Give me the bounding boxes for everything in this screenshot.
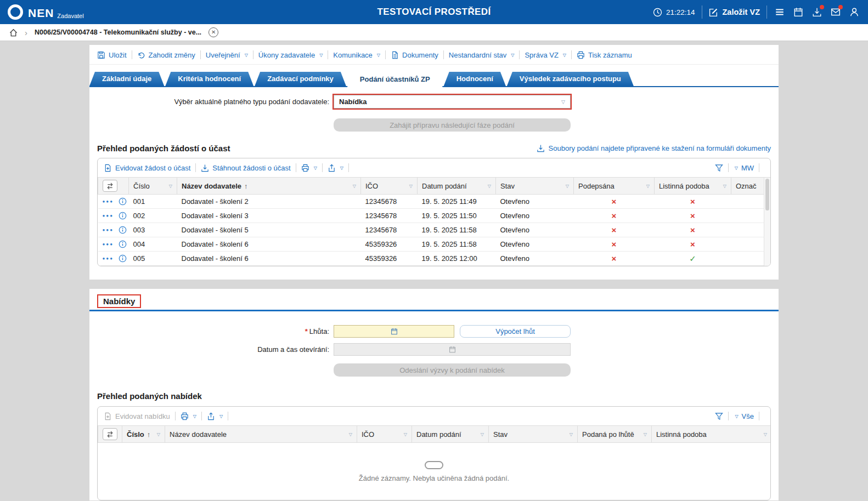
column-header-1[interactable]: Název dodavatele▽ xyxy=(165,426,357,443)
deadline-date-input[interactable] xyxy=(334,325,454,338)
separator xyxy=(443,50,444,59)
toolbar-nestandardni-stav[interactable]: Nestandardní stav▽ xyxy=(449,51,515,59)
column-header-0[interactable]: Číslo▽ xyxy=(129,178,177,195)
calculate-deadlines-button[interactable]: Výpočet lhůt xyxy=(460,325,571,338)
application-row[interactable]: ●●●002Dodavatel - školení 31234567819. 5… xyxy=(98,209,771,223)
column-header-3[interactable]: Datum podání▽ xyxy=(412,426,489,443)
column-label: Listinná podoba xyxy=(656,430,707,439)
application-row[interactable]: ●●●005Dodavatel - školení 64535932619. 5… xyxy=(98,252,771,266)
view-selector[interactable]: ▽MW xyxy=(734,164,754,172)
table-header-row: Číslo↑▽Název dodavatele▽IČO▽Datum podání… xyxy=(98,426,771,443)
tab-kriteria-hodnoceni[interactable]: Kritéria hodnocení xyxy=(165,72,253,86)
column-chooser-button[interactable] xyxy=(103,428,117,440)
calendar-icon[interactable] xyxy=(391,328,398,335)
filter-chevron-icon[interactable]: ▽ xyxy=(762,432,767,437)
filter-chevron-icon[interactable]: ▽ xyxy=(644,184,650,189)
cell-nazev: Dodavatel - školení 2 xyxy=(177,195,361,209)
column-label: Datum podání xyxy=(416,430,461,439)
filter-chevron-icon[interactable]: ▽ xyxy=(347,432,352,437)
column-header-2[interactable]: IČO▽ xyxy=(361,178,418,195)
edit-icon xyxy=(709,8,718,17)
create-vz-button[interactable]: Založit VZ xyxy=(709,8,760,17)
toolbar-dokumenty[interactable]: Dokumenty xyxy=(391,51,438,59)
column-header-1[interactable]: Název dodavatele↑▽ xyxy=(177,178,361,195)
application-row[interactable]: ●●●001Dodavatel - školení 21234567819. 5… xyxy=(98,195,771,209)
column-header-5[interactable]: Podepsána▽ xyxy=(574,178,655,195)
column-header-2[interactable]: IČO▽ xyxy=(357,426,412,443)
send-invitation-button[interactable]: Odeslání výzvy k podání nabídek xyxy=(334,363,571,377)
toolbar-ukony-zadavatele[interactable]: Úkony zadavatele▽ xyxy=(258,51,323,59)
download-applications-button[interactable]: Stáhnout žádosti o účast xyxy=(201,164,290,172)
submission-type-dropdown[interactable]: Nabídka ▽ xyxy=(334,95,571,109)
application-row[interactable]: ●●●003Dodavatel - školení 51234567819. 5… xyxy=(98,223,771,237)
column-header-4[interactable]: Stav▽ xyxy=(496,178,574,195)
cross-icon: × xyxy=(612,240,617,249)
filter-chevron-icon[interactable]: ▽ xyxy=(407,184,413,189)
filter-chevron-icon[interactable]: ▽ xyxy=(478,432,484,437)
menu-button[interactable] xyxy=(774,6,786,18)
column-header-4[interactable]: Stav▽ xyxy=(489,426,578,443)
filter-chevron-icon[interactable]: ▽ xyxy=(167,184,172,189)
row-actions-button[interactable]: ●●● xyxy=(103,199,114,204)
filter-button[interactable] xyxy=(715,412,723,420)
toolbar-uverejneni[interactable]: Uveřejnění▽ xyxy=(206,51,248,59)
downloads-button[interactable] xyxy=(811,6,823,18)
tab-vysledek-zadavaciho-postupu[interactable]: Výsledek zadávacího postupu xyxy=(507,72,634,86)
print-button[interactable]: ▽ xyxy=(181,412,196,420)
tab-zadavaci-podminky[interactable]: Zadávací podmínky xyxy=(255,72,346,86)
column-header-6[interactable]: Listinná podoba▽ xyxy=(652,426,771,443)
scrollbar-thumb[interactable] xyxy=(765,179,769,210)
close-record-button[interactable]: ✕ xyxy=(208,27,218,37)
cell-stav: Otevřeno xyxy=(496,209,574,223)
row-actions-button[interactable]: ●●● xyxy=(103,227,114,232)
column-chooser-button[interactable] xyxy=(103,180,117,192)
export-button[interactable]: ▽ xyxy=(328,164,343,172)
view-selector[interactable]: ▽Vše xyxy=(734,412,754,420)
toolbar-tisk-zaznamu[interactable]: Tisk záznamu xyxy=(577,51,632,59)
filter-chevron-icon[interactable]: ▽ xyxy=(563,184,569,189)
tab-zakladni-udaje[interactable]: Základní údaje xyxy=(89,72,164,86)
filter-button[interactable] xyxy=(715,164,723,172)
messages-button[interactable] xyxy=(830,6,842,18)
notification-badge xyxy=(838,5,843,9)
chevron-down-icon: ▽ xyxy=(314,166,317,170)
nen-home-button[interactable]: NEN Zadavatel xyxy=(8,4,84,20)
profile-button[interactable] xyxy=(848,6,860,18)
print-button[interactable]: ▽ xyxy=(301,164,317,172)
filter-chevron-icon[interactable]: ▽ xyxy=(721,184,726,189)
filter-chevron-icon[interactable]: ▽ xyxy=(641,432,647,437)
column-header-6[interactable]: Listinná podoba▽ xyxy=(655,178,731,195)
row-actions-button[interactable]: ●●● xyxy=(103,242,114,247)
separator xyxy=(728,163,729,172)
application-row[interactable]: ●●●004Dodavatel - školení 64535932619. 5… xyxy=(98,237,771,252)
register-application-button[interactable]: Evidovat žádost o účast xyxy=(104,164,190,172)
column-header-0[interactable]: Číslo↑▽ xyxy=(122,426,165,443)
filter-chevron-icon[interactable]: ▽ xyxy=(567,432,573,437)
chevron-down-icon: ▽ xyxy=(561,99,565,105)
filter-chevron-icon[interactable]: ▽ xyxy=(155,432,160,437)
tab-podani-ucastniku-zp[interactable]: Podání účastníků ZP xyxy=(347,72,443,87)
column-header-5[interactable]: Podaná po lhůtě▽ xyxy=(578,426,652,443)
row-actions-button[interactable]: ●●● xyxy=(103,256,114,261)
toolbar-komunikace[interactable]: Komunikace▽ xyxy=(333,51,380,59)
export-button[interactable]: ▽ xyxy=(207,412,223,420)
chevron-down-icon: ▽ xyxy=(193,414,196,419)
home-button[interactable] xyxy=(9,29,18,37)
applications-grid: Evidovat žádost o účast Stáhnout žádosti… xyxy=(97,158,771,266)
register-offer-button[interactable]: Evidovat nabídku xyxy=(104,412,170,420)
toolbar-sprava-vz[interactable]: Správa VZ▽ xyxy=(525,51,566,59)
row-actions-button[interactable]: ●●● xyxy=(103,213,114,218)
toolbar-ulozit[interactable]: Uložit xyxy=(97,51,127,59)
column-header-3[interactable]: Datum podání▽ xyxy=(418,178,496,195)
toolbar-zahodit-zmeny[interactable]: Zahodit změny xyxy=(137,51,195,59)
filter-chevron-icon[interactable]: ▽ xyxy=(402,432,407,437)
submission-files-link[interactable]: Soubory podání najdete připravené ke sta… xyxy=(537,144,771,152)
filter-chevron-icon[interactable]: ▽ xyxy=(351,184,356,189)
deadline-row: *Lhůta: Výpočet lhůt xyxy=(89,325,779,338)
calendar-button[interactable] xyxy=(792,6,804,18)
start-next-phase-button[interactable]: Zahájit přípravu následující fáze podání xyxy=(334,118,571,132)
filter-chevron-icon[interactable]: ▽ xyxy=(486,184,491,189)
tab-hodnoceni[interactable]: Hodnocení xyxy=(444,72,506,86)
table-scrollbar[interactable] xyxy=(764,178,770,266)
breadcrumb-current[interactable]: N006/25/V00004748 - Telekomunikační služ… xyxy=(35,29,201,36)
